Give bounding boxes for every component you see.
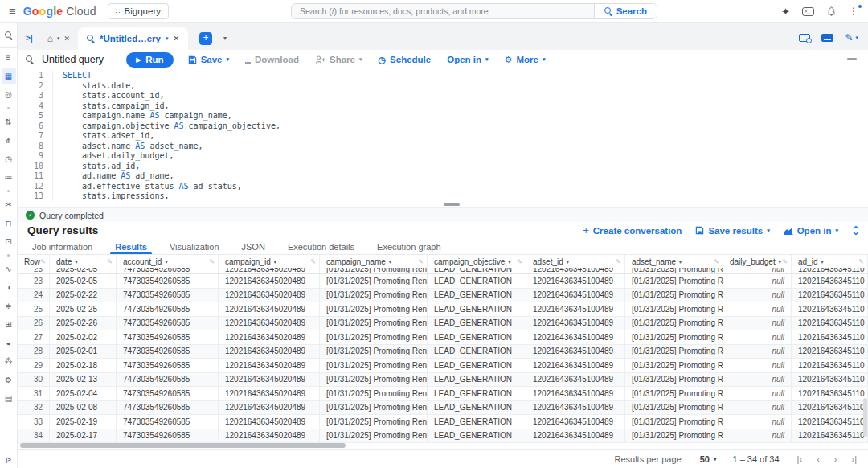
sort-chevron-icon[interactable]: ▾ [165,259,167,265]
schedule-button[interactable]: ◷ Schedule [378,55,431,65]
edit-column-icon[interactable]: ✎ [782,258,788,265]
clipped-row-content[interactable]: 232025-02-057473035492605851202164363450… [18,268,868,274]
save-results-button[interactable]: Save results ▾ [695,226,769,236]
notifications-bell-icon[interactable] [826,6,837,17]
column-header-row[interactable]: Row✎ [18,255,50,268]
open-in-button[interactable]: Open in ▾ [447,55,488,64]
vertical-scrollbar[interactable] [863,398,867,437]
sort-chevron-icon[interactable]: ▾ [679,259,682,265]
code-line[interactable]: 3 stats.account_id, [18,91,868,101]
create-conversation-button[interactable]: + Create conversation [583,224,682,236]
edit-column-icon[interactable]: ✎ [616,258,621,265]
comment-icon[interactable]: ◒ [2,335,16,351]
column-header-adset_name[interactable]: adset_name▾✎ [625,255,723,268]
tab-results[interactable]: Results [104,239,158,254]
table-row[interactable]: 322025-02-087473035492605851202164363450… [18,401,868,416]
column-header-campaign_objective[interactable]: campaign_objective▾✎ [428,255,526,268]
save-button[interactable]: Save ▾ [188,55,229,64]
governance-icon[interactable]: ≔ [2,169,16,186]
chevron-down-icon[interactable]: ▾ [166,35,169,42]
page-size-select[interactable]: 50 ▾ [700,454,717,464]
column-header-daily_budget[interactable]: daily_budget▾✎ [723,255,792,268]
studio-icon[interactable]: ≡ [2,49,16,66]
code-line[interactable]: 11 ad.name AS ad_name, [18,171,868,182]
search-button[interactable]: Search [594,4,657,18]
first-page-button[interactable]: |‹ [797,454,803,464]
table-row[interactable]: 302025-02-137473035492605851202164363450… [18,373,868,388]
code-line[interactable]: 8 adset.name AS adset_name, [18,142,868,152]
sharing-icon[interactable]: ✂ [2,196,16,213]
more-button[interactable]: ⚙ More ▾ [505,55,546,65]
cloud-shell-icon[interactable]: >_ [802,7,814,16]
download-button[interactable]: ↓ Download [245,55,299,64]
results-open-in-button[interactable]: Open in ▾ [784,226,838,236]
tab-execution-details[interactable]: Execution details [276,239,366,254]
gemini-sparkle-icon[interactable]: ✦ [781,6,790,18]
monitoring-icon[interactable]: ∿ [2,261,16,277]
column-header-ad_id[interactable]: ad_id▾✎ [792,255,868,268]
tab-json[interactable]: JSON [231,239,276,254]
lock-icon[interactable]: ⊓ [2,215,16,232]
edit-column-icon[interactable]: ✎ [418,258,424,265]
search-input[interactable] [292,4,594,18]
sort-chevron-icon[interactable]: ▾ [821,259,823,265]
horizontal-scrollbar[interactable] [20,443,346,448]
tab-list-chevron-icon[interactable]: ▾ [223,35,227,42]
split-screen-icon[interactable] [799,34,810,42]
clipboard-icon[interactable]: ▤ [2,390,16,407]
tab-execution-graph[interactable]: Execution graph [366,239,452,254]
share-button[interactable]: Share ▾ [315,55,362,64]
add-tab-button[interactable]: + [199,32,212,45]
tab-job-information[interactable]: Job information [21,239,104,254]
code-line[interactable]: 7 stats.adset_id, [18,131,868,142]
code-line[interactable]: 6 campaign.objective AS campaign_objecti… [18,121,868,132]
close-icon[interactable]: ✕ [63,35,70,43]
edit-column-icon[interactable]: ✎ [209,258,215,265]
column-header-adset_id[interactable]: adset_id▾✎ [526,255,625,268]
expand-rail-icon[interactable]: |> [6,456,11,463]
table-row[interactable]: 312025-02-047473035492605851202164363450… [18,387,868,401]
code-line[interactable]: 12 ad.effective_status AS ad_status, [18,182,868,192]
expand-collapse-icon[interactable] [852,225,860,236]
compass-icon[interactable]: ◑ [2,279,16,296]
code-line[interactable]: 2 stats.date, [18,81,868,92]
history-icon[interactable]: ◷ [2,150,16,167]
edit-column-icon[interactable]: ✎ [40,258,46,265]
table-row[interactable]: 242025-02-227473035492605851202164363450… [18,289,868,303]
home-tab[interactable]: ⌂ ▾ ✕ [39,27,78,50]
column-header-campaign_name[interactable]: campaign_name▾✎ [320,255,428,268]
tab-visualization[interactable]: Visualization [158,239,231,254]
project-selector[interactable]: ∷ Bigquery [108,3,169,19]
table-row[interactable]: 342025-02-177473035492605851202164363450… [18,429,868,444]
sql-editor[interactable]: 1SELECT2 stats.date,3 stats.account_id,4… [18,69,868,201]
column-header-date[interactable]: date▾✎ [50,255,117,268]
table-row[interactable]: 292025-02-187473035492605851202164363450… [18,359,868,373]
code-line[interactable]: 9 adset.daily_budget, [18,151,868,162]
table-row[interactable]: 332025-02-197473035492605851202164363450… [18,415,868,429]
sliders-icon[interactable]: ≑ [2,298,16,314]
minimize-editor-handle[interactable] [847,58,857,60]
settings-gear-icon[interactable]: ⚙ [2,372,16,388]
code-line[interactable]: 13 stats.impressions, [18,191,868,201]
run-button[interactable]: ▶ Run [126,52,174,68]
table-row[interactable]: 282025-02-017473035492605851202164363450… [18,345,868,359]
table-row[interactable]: 232025-02-057473035492605851202164363450… [18,274,868,289]
more-options-icon[interactable]: ⋮ [849,6,860,17]
edit-column-icon[interactable]: ✎ [517,258,522,265]
sort-chevron-icon[interactable]: ▾ [567,259,569,265]
edit-column-icon[interactable]: ✎ [858,258,864,265]
sort-chevron-icon[interactable]: ▾ [274,259,276,265]
table-row[interactable]: 272025-02-027473035492605851202164363450… [18,330,868,345]
drag-handle[interactable] [444,203,460,206]
sort-chevron-icon[interactable]: ▾ [75,259,77,265]
share-graph-icon[interactable]: ⁂ [2,353,16,370]
collapse-panel-icon[interactable]: >| [26,34,33,43]
code-line[interactable]: 1SELECT [18,71,868,81]
next-page-button[interactable]: › [834,454,837,464]
edit-column-icon[interactable]: ✎ [310,258,316,265]
calculator-icon[interactable]: ⊞ [2,316,16,333]
untitled-query-tab[interactable]: *Untitled…ery ▾ ✕ [78,27,188,50]
hamburger-menu-icon[interactable]: ≡ [0,4,23,18]
edit-column-icon[interactable]: ✎ [107,258,113,265]
keyboard-shortcuts-icon[interactable] [821,34,833,42]
